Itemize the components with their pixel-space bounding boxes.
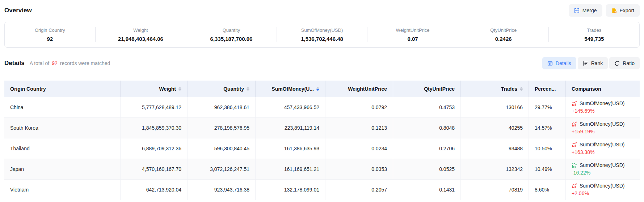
country-cell: Vietnam [4, 180, 121, 200]
stat-trades: Trades549,735 [549, 27, 639, 42]
stat-value: 0.2426 [461, 36, 546, 42]
cell-text: 4,570,160,167.70 [142, 166, 181, 172]
comparison-metric: SumOfMoney(USD) [580, 142, 624, 148]
column-header-quantity[interactable]: Quantity [188, 81, 256, 97]
view-mode-tabs: DetailsRankRatio [542, 57, 640, 69]
details-table: Origin CountryWeightQuantitySumOfMoney(U… [4, 81, 640, 200]
table-row-thailand: Thailand6,889,709,312.36596,300,840.4516… [4, 138, 640, 159]
stat-origin-country: Origin Country92 [5, 27, 96, 42]
qty-unit-price-cell: 0.0525 [393, 159, 461, 179]
column-header-percen: Percen... [529, 81, 566, 97]
stat-qtyunitprice: QtyUnitPrice0.2426 [458, 27, 549, 42]
country-cell: Thailand [4, 138, 121, 159]
quantity-cell: 596,300,840.45 [188, 138, 256, 159]
table-header-row: Origin CountryWeightQuantitySumOfMoney(U… [4, 81, 640, 97]
column-label: Weight [159, 86, 176, 92]
comparison-metric: SumOfMoney(USD) [580, 100, 624, 107]
percentage-cell: 29.77% [529, 97, 566, 117]
cell-text: Vietnam [10, 187, 29, 193]
trade-overview-page: Overview Merge [0, 0, 644, 202]
quantity-cell: 923,943,716.38 [188, 180, 256, 200]
tab-label: Rank [591, 60, 603, 66]
column-label: Percen... [535, 86, 556, 92]
stat-label: SumOfMoney(USD) [280, 27, 365, 33]
stat-weight: Weight21,948,403,464.06 [96, 27, 186, 42]
column-header-weight[interactable]: Weight [121, 81, 188, 97]
quantity-cell: 962,386,418.61 [188, 97, 256, 117]
sort-caret-down-icon [247, 89, 249, 91]
cell-text: 93488 [509, 146, 523, 151]
tab-details[interactable]: Details [542, 57, 576, 69]
comparison-cell: SumOfMoney(USD)+145.69% [566, 97, 641, 117]
sort-caret-up-icon [178, 87, 181, 89]
cell-text: 14.57% [535, 125, 552, 131]
cell-text: 278,198,576.95 [214, 125, 249, 131]
weight-cell: 642,713,920.04 [121, 180, 188, 200]
trades-cell: 70819 [461, 180, 529, 200]
weight-cell: 6,889,709,312.36 [121, 138, 188, 159]
sort-carets-icon [178, 87, 181, 91]
merge-button[interactable]: Merge [569, 4, 602, 17]
stat-label: Weight [98, 27, 183, 33]
trades-cell: 132342 [461, 159, 529, 179]
comparison-change: +159.19% [572, 129, 594, 135]
cell-text: 132,178,099.01 [284, 187, 319, 193]
column-header-sumofmoney-u[interactable]: SumOfMoney(U... [256, 81, 325, 97]
column-label: Quantity [223, 86, 244, 92]
sort-caret-down-icon [316, 89, 319, 91]
stat-value: 21,948,403,464.06 [98, 36, 183, 42]
comparison-cell: SumOfMoney(USD)+159.19% [566, 118, 641, 138]
comparison-metric-line: SumOfMoney(USD) [572, 162, 624, 168]
percentage-cell: 14.57% [529, 118, 566, 138]
trend-up-chart-icon [572, 183, 577, 189]
cell-text: 70819 [509, 187, 523, 193]
column-header-trades[interactable]: Trades [461, 81, 529, 97]
tab-rank[interactable]: Rank [578, 57, 608, 69]
cell-text: 0.2057 [371, 187, 387, 193]
cell-text: 40255 [509, 125, 523, 131]
sort-caret-up-icon [316, 87, 319, 89]
stat-value: 1,536,702,446.48 [280, 36, 365, 42]
tab-ratio[interactable]: Ratio [609, 57, 640, 69]
match-suffix: records were matched [60, 60, 110, 66]
cell-text: 0.0525 [439, 166, 455, 172]
percentage-cell: 10.49% [529, 159, 566, 179]
export-button-label: Export [620, 8, 634, 13]
merge-button-label: Merge [582, 8, 597, 13]
cell-text: 6,889,709,312.36 [142, 146, 181, 151]
comparison-metric: SumOfMoney(USD) [580, 162, 624, 168]
cell-text: 596,300,840.45 [214, 146, 249, 151]
stat-value: 92 [8, 36, 92, 42]
column-label: Comparison [572, 86, 601, 92]
tab-label: Ratio [623, 60, 635, 66]
table-row-china: China5,777,628,489.12962,386,418.61457,4… [4, 97, 640, 118]
cell-text: 223,891,119.14 [285, 125, 319, 131]
stat-value: 549,735 [552, 36, 636, 42]
weight-unit-price-cell: 0.0792 [325, 97, 393, 117]
rank-icon [583, 61, 588, 66]
sum-of-money-cell: 132,178,099.01 [256, 180, 325, 200]
stat-label: WeightUnitPrice [370, 27, 455, 33]
sort-caret-down-icon [520, 89, 523, 91]
percentage-cell: 10.50% [529, 138, 566, 159]
cell-text: 3,072,126,247.51 [210, 166, 249, 172]
sum-of-money-cell: 161,386,635.93 [256, 138, 325, 159]
country-cell: South Korea [4, 118, 121, 138]
trades-cell: 93488 [461, 138, 529, 159]
export-button[interactable]: Export [606, 4, 640, 17]
cell-text: Japan [10, 166, 24, 172]
page-title: Overview [4, 7, 32, 14]
weight-cell: 1,845,859,370.30 [121, 118, 188, 138]
cell-text: 457,433,966.52 [284, 104, 319, 110]
percentage-cell: 8.60% [529, 180, 566, 200]
tab-label: Details [556, 60, 571, 66]
cell-text: 0.4753 [439, 104, 455, 110]
table-body: China5,777,628,489.12962,386,418.61457,4… [4, 97, 640, 200]
comparison-metric-line: SumOfMoney(USD) [572, 121, 624, 127]
details-title: Details [4, 60, 25, 67]
sort-carets-icon [247, 87, 249, 91]
page-header: Overview Merge [0, 0, 644, 17]
table-row-vietnam: Vietnam642,713,920.04923,943,716.38132,1… [4, 180, 640, 200]
cell-text: 161,386,635.93 [284, 146, 319, 151]
comparison-metric: SumOfMoney(USD) [580, 183, 624, 189]
